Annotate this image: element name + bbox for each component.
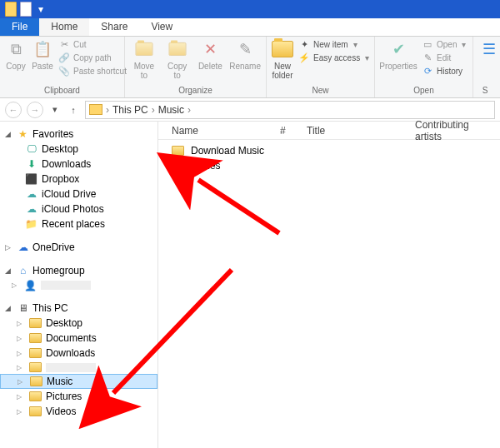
content-pane: Name # Title Contributing artists Downlo…: [158, 122, 500, 448]
star-icon: ★: [17, 129, 29, 140]
group-new-label: New: [272, 86, 369, 96]
file-list: Download MusiciTunes: [158, 140, 500, 177]
paste-button[interactable]: 📋 Paste: [32, 38, 53, 71]
select-button[interactable]: ☰: [478, 38, 500, 60]
recent-icon: 📁: [25, 219, 38, 230]
folder-icon: [29, 362, 42, 372]
title-bar: ▾: [0, 0, 500, 18]
tab-file[interactable]: File: [0, 18, 39, 36]
recent-locations-button[interactable]: ▾: [48, 103, 62, 117]
thispc-item[interactable]: ▷Desktop: [0, 316, 158, 331]
dropbox-icon: ⬛: [25, 174, 38, 185]
folder-icon: [30, 376, 42, 386]
file-row[interactable]: Download Music: [158, 143, 500, 158]
thispc-header[interactable]: ◢ 🖥 This PC: [0, 301, 158, 316]
file-row[interactable]: iTunes: [158, 158, 500, 173]
app-icon: [18, 2, 33, 17]
edit-button[interactable]: ✎Edit: [422, 52, 466, 63]
col-num[interactable]: #: [275, 125, 293, 137]
breadcrumb-folder-icon: [89, 104, 102, 115]
easyaccess-button[interactable]: ⚡Easy access▾: [298, 52, 369, 63]
col-contrib[interactable]: Contributing artists: [410, 119, 500, 142]
forward-button[interactable]: →: [27, 102, 43, 118]
homegroup-header[interactable]: ◢ ⌂ Homegroup: [0, 263, 158, 278]
folder-icon: [29, 348, 42, 358]
favorites-header[interactable]: ◢ ★ Favorites: [0, 127, 158, 142]
thispc-item[interactable]: ▷Documents: [0, 331, 158, 346]
newitem-icon: ✦: [298, 38, 310, 50]
group-open-label: Open: [380, 86, 468, 96]
computer-icon: 🖥: [17, 303, 29, 314]
desktop-icon: 🖵: [25, 144, 38, 155]
downloads-icon: ⬇: [25, 159, 38, 170]
select-icon: ☰: [478, 38, 500, 60]
pasteshortcut-button[interactable]: 📎Paste shortcut: [58, 65, 127, 77]
ribbon: ⧉ Copy 📋 Paste ✂Cut 🔗Copy path 📎Paste sh…: [0, 37, 500, 98]
copypath-icon: 🔗: [58, 52, 70, 63]
folder-icon: [172, 146, 184, 156]
ribbon-tabs: File Home Share View: [0, 18, 500, 37]
thispc-item-music[interactable]: ▷Music: [0, 374, 158, 389]
thispc-item[interactable]: ▷Pictures: [0, 389, 158, 404]
group-organize-label: Organize: [130, 86, 261, 96]
favorites-item[interactable]: ⬇Downloads: [0, 157, 158, 172]
breadcrumb[interactable]: › This PC › Music ›: [85, 101, 495, 119]
copy-icon: ⧉: [5, 38, 27, 60]
breadcrumb-thispc[interactable]: This PC: [109, 104, 152, 116]
copypath-button[interactable]: 🔗Copy path: [58, 52, 127, 63]
open-button[interactable]: ▭Open▾: [422, 38, 466, 50]
newitem-button[interactable]: ✦New item▾: [298, 38, 369, 50]
delete-button[interactable]: ✕ Delete: [196, 38, 224, 71]
tab-home[interactable]: Home: [39, 18, 89, 36]
folder-icon: [29, 318, 42, 328]
group-select-label: S: [478, 86, 492, 96]
cut-icon: ✂: [58, 38, 70, 50]
favorites-item[interactable]: ⬛Dropbox: [0, 172, 158, 187]
up-button[interactable]: ↑: [67, 103, 80, 117]
tab-view[interactable]: View: [139, 18, 184, 36]
thispc-item[interactable]: ▷: [0, 361, 158, 374]
newfolder-button[interactable]: New folder: [272, 38, 293, 80]
cut-button[interactable]: ✂Cut: [58, 38, 127, 50]
column-headers: Name # Title Contributing artists: [158, 122, 500, 140]
overflow-icon[interactable]: ▾: [33, 2, 48, 17]
col-name[interactable]: Name: [167, 125, 267, 137]
favorites-item[interactable]: ☁iCloud Photos: [0, 202, 158, 217]
user-icon: 👤: [24, 280, 37, 291]
favorites-item[interactable]: ☁iCloud Drive: [0, 187, 158, 202]
rename-button[interactable]: ✎ Rename: [229, 38, 261, 71]
properties-icon: ✔: [388, 38, 409, 60]
copy-button[interactable]: ⧉ Copy: [5, 38, 27, 71]
easyaccess-icon: ⚡: [298, 52, 310, 63]
col-title[interactable]: Title: [302, 125, 402, 137]
breadcrumb-music[interactable]: Music: [155, 104, 188, 116]
group-clipboard-label: Clipboard: [5, 86, 119, 96]
thispc-item[interactable]: ▷Videos: [0, 404, 158, 419]
homegroup-icon: ⌂: [17, 266, 29, 276]
icloud-icon: ☁: [25, 189, 38, 200]
folder-icon: [3, 2, 18, 17]
homegroup-user[interactable]: ▷ 👤: [0, 278, 158, 292]
moveto-button[interactable]: Move to: [130, 38, 158, 80]
navigation-pane: ◢ ★ Favorites 🖵Desktop⬇Downloads⬛Dropbox…: [0, 122, 158, 448]
favorites-item[interactable]: 🖵Desktop: [0, 142, 158, 157]
newfolder-icon: [272, 38, 293, 60]
edit-icon: ✎: [422, 52, 433, 63]
open-icon: ▭: [422, 38, 433, 50]
paste-icon: 📋: [32, 38, 53, 60]
properties-button[interactable]: ✔ Properties: [380, 38, 417, 71]
folder-icon: [29, 333, 42, 343]
back-button[interactable]: ←: [5, 102, 22, 118]
favorites-item[interactable]: 📁Recent places: [0, 217, 158, 231]
folder-icon: [29, 391, 42, 401]
copyto-button[interactable]: Copy to: [163, 38, 192, 80]
history-icon: ⟳: [422, 65, 433, 77]
onedrive-header[interactable]: ▷ ☁ OneDrive: [0, 240, 158, 255]
history-button[interactable]: ⟳History: [422, 65, 466, 77]
thispc-item[interactable]: ▷Downloads: [0, 346, 158, 361]
pasteshortcut-icon: 📎: [58, 65, 70, 77]
icloudphotos-icon: ☁: [25, 204, 38, 215]
moveto-icon: [133, 38, 155, 60]
folder-icon: [172, 161, 184, 171]
tab-share[interactable]: Share: [89, 18, 139, 36]
